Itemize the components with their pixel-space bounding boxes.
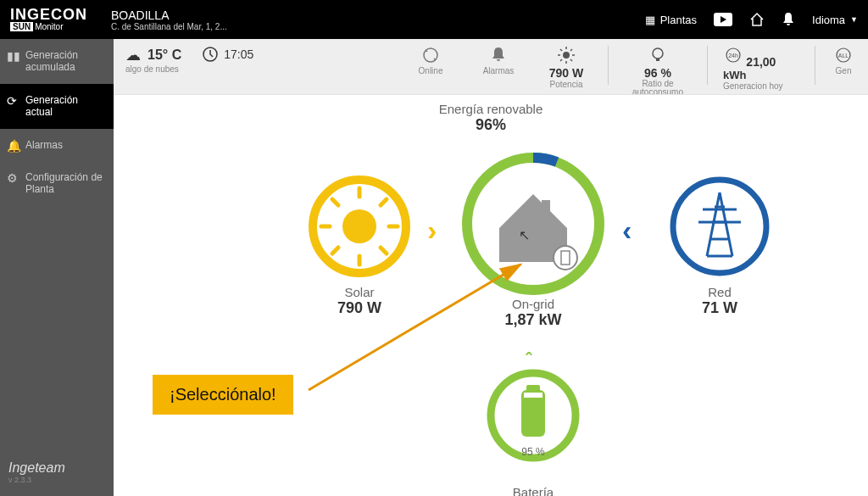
nav-plantas-label: Plantas bbox=[660, 14, 697, 26]
metric-genhoy[interactable]: 24h 21,00 kWh Generacion hoy bbox=[723, 46, 799, 91]
location-block[interactable]: BOADILLA C. de Santillana del Mar, 1, 2.… bbox=[111, 8, 227, 31]
svg-point-30 bbox=[554, 246, 577, 270]
brand-sun: SUN bbox=[10, 22, 33, 31]
location-name: BOADILLA bbox=[111, 8, 227, 22]
cursor-icon: ↖ bbox=[519, 227, 530, 243]
metric-genhoy-unit: kWh bbox=[723, 69, 799, 81]
sidebar-item-config[interactable]: ⚙ Configuración de Planta bbox=[0, 161, 114, 206]
time-value: 17:05 bbox=[224, 47, 253, 61]
callout-tooltip: ¡Selecciónalo! bbox=[153, 375, 293, 415]
svg-line-37 bbox=[309, 265, 520, 390]
brand-line2: SUNMonitor bbox=[10, 22, 87, 31]
status-bar: ☁ 15° C algo de nubes 17:05 Online Alarm… bbox=[114, 39, 868, 95]
svg-point-13 bbox=[653, 48, 663, 59]
day-icon: 24h bbox=[723, 46, 743, 64]
metric-alarmas[interactable]: Alarmas bbox=[472, 46, 525, 75]
grid-val: 71 W bbox=[652, 299, 787, 317]
divider bbox=[608, 46, 609, 85]
metric-online[interactable]: Online bbox=[404, 46, 457, 75]
main-area: ☁ 15° C algo de nubes 17:05 Online Alarm… bbox=[114, 39, 868, 496]
sidebar-item-label: Alarmas bbox=[25, 139, 63, 151]
divider bbox=[707, 46, 708, 85]
metric-genhoy-label: Generacion hoy bbox=[723, 81, 799, 91]
sidebar-item-actual[interactable]: ⟳ Generación actual bbox=[0, 84, 114, 129]
footer-version: v 2.3.3 bbox=[8, 476, 105, 484]
svg-line-9 bbox=[560, 49, 562, 51]
bell-icon bbox=[489, 46, 508, 64]
svg-point-19 bbox=[342, 209, 376, 243]
sidebar-item-label: Configuración de Planta bbox=[25, 171, 103, 195]
renew-label: Energía renovable bbox=[114, 102, 868, 116]
sync-icon bbox=[420, 46, 441, 64]
sun-icon bbox=[555, 46, 577, 64]
sidebar-item-label: Generación acumulada bbox=[25, 49, 78, 73]
brand-logo: INGECON SUNMonitor bbox=[10, 8, 87, 31]
nav-plantas[interactable]: ▦ Plantas bbox=[645, 14, 697, 26]
node-grid[interactable]: Red 71 W bbox=[652, 171, 787, 317]
temp-value: 15° C bbox=[147, 47, 181, 63]
svg-line-27 bbox=[381, 199, 387, 205]
metric-ratio-val: 96 % bbox=[624, 66, 692, 80]
metric-genhoy-val: 21,00 bbox=[746, 55, 776, 69]
footer-brand-label: Ingeteam bbox=[8, 460, 105, 476]
battery-pct: 95 % bbox=[478, 446, 588, 458]
sidebar-item-label: Generación actual bbox=[25, 94, 78, 118]
brand-monitor: Monitor bbox=[35, 22, 63, 31]
top-right-nav: ▦ Plantas Idioma ▼ bbox=[645, 12, 858, 27]
metric-potencia[interactable]: 790 W Potencia bbox=[540, 46, 593, 89]
svg-text:24h: 24h bbox=[728, 53, 738, 59]
svg-point-4 bbox=[563, 52, 570, 59]
time-block: 17:05 bbox=[202, 46, 253, 63]
nav-notifications[interactable] bbox=[782, 12, 795, 27]
gear-icon: ⚙ bbox=[7, 171, 18, 186]
brand-line1: INGECON bbox=[10, 8, 87, 21]
arrow-solar-to-house-icon: › bbox=[427, 214, 437, 247]
cloud-icon: ☁ bbox=[125, 46, 141, 64]
sidebar-item-alarmas[interactable]: 🔔 Alarmas bbox=[0, 129, 114, 161]
svg-line-12 bbox=[570, 49, 572, 51]
divider bbox=[815, 46, 815, 85]
metric-alarmas-label: Alarmas bbox=[472, 66, 525, 75]
sidebar-item-acumulada[interactable]: ▮▮ Generación acumulada bbox=[0, 39, 114, 84]
energy-diagram: Energía renovable 96% Solar 790 W bbox=[114, 95, 868, 496]
bar-chart-icon: ▮▮ bbox=[7, 49, 20, 64]
sidebar: ▮▮ Generación acumulada ⟳ Generación act… bbox=[0, 39, 114, 496]
nav-language-label: Idioma bbox=[812, 14, 845, 26]
svg-line-26 bbox=[332, 248, 338, 254]
metric-ratio-label: Ratio de autoconsumo bbox=[624, 80, 692, 95]
svg-line-24 bbox=[332, 199, 338, 205]
bell-icon: 🔔 bbox=[7, 139, 21, 153]
metric-gen-cut-label: Gen bbox=[831, 66, 856, 75]
svg-line-11 bbox=[560, 59, 562, 61]
metric-ratio[interactable]: 96 % Ratio de autoconsumo bbox=[624, 46, 692, 95]
nav-language[interactable]: Idioma ▼ bbox=[812, 14, 858, 26]
renewable-heading: Energía renovable 96% bbox=[114, 102, 868, 134]
nav-home[interactable] bbox=[749, 12, 765, 27]
grid-ring bbox=[665, 171, 775, 281]
callout-text: ¡Selecciónalo! bbox=[170, 385, 276, 404]
grid-label: Red bbox=[652, 285, 787, 299]
callout-arrow-icon bbox=[300, 256, 537, 400]
bulb-icon bbox=[648, 46, 668, 64]
weather-block: ☁ 15° C algo de nubes bbox=[125, 46, 181, 74]
refresh-icon: ⟳ bbox=[7, 94, 17, 109]
renew-pct: 96% bbox=[114, 116, 868, 134]
all-icon: ALL bbox=[833, 46, 854, 64]
footer-brand: Ingeteam v 2.3.3 bbox=[0, 449, 114, 496]
topbar: INGECON SUNMonitor BOADILLA C. de Santil… bbox=[0, 0, 868, 39]
metric-potencia-val: 790 W bbox=[540, 66, 593, 80]
home-outline-icon bbox=[749, 12, 765, 27]
svg-line-10 bbox=[570, 59, 572, 61]
weather-text: algo de nubes bbox=[125, 64, 181, 74]
youtube-icon bbox=[714, 13, 732, 26]
metric-gen-cut[interactable]: ALL Gen bbox=[831, 46, 856, 75]
bell-icon bbox=[782, 12, 795, 27]
svg-rect-29 bbox=[542, 200, 550, 215]
nav-video[interactable] bbox=[714, 13, 732, 26]
arrow-grid-to-house-icon: ‹ bbox=[622, 214, 632, 247]
svg-line-25 bbox=[381, 248, 387, 254]
location-address: C. de Santillana del Mar, 1, 2... bbox=[111, 22, 227, 31]
svg-text:ALL: ALL bbox=[838, 53, 849, 59]
grid-icon: ▦ bbox=[645, 14, 655, 26]
clock-icon bbox=[202, 46, 219, 63]
